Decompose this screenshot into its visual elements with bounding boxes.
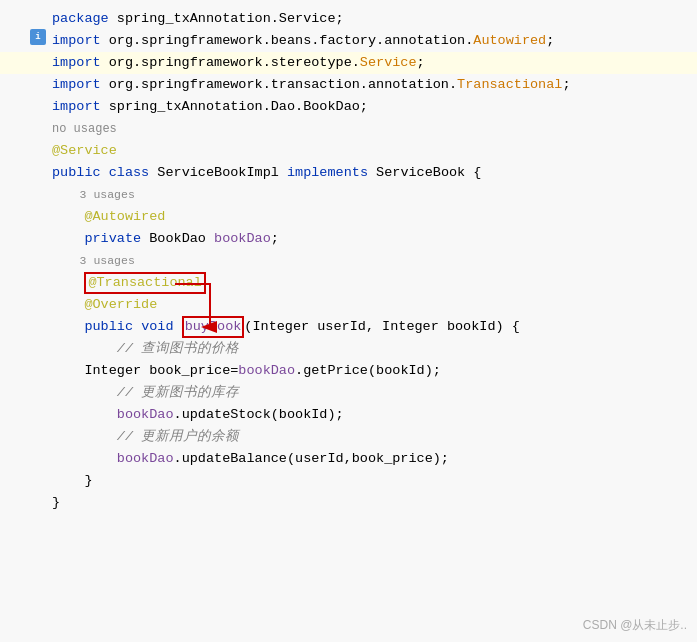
code-line-7: @Service: [0, 140, 697, 162]
import-badge-icon: i: [30, 29, 46, 45]
line-content-14: @Override: [48, 294, 697, 316]
line-content-18: // 更新图书的库存: [48, 382, 697, 404]
line-content-17: Integer book_price=bookDao.getPrice(book…: [48, 360, 697, 382]
code-line-21: bookDao.updateBalance(userId,book_price)…: [0, 448, 697, 470]
line-content-22: }: [48, 470, 697, 492]
code-line-6: no usages: [0, 118, 697, 140]
code-line-17: Integer book_price=bookDao.getPrice(book…: [0, 360, 697, 382]
code-line-14: @Override: [0, 294, 697, 316]
code-line-1: package spring_txAnnotation.Service;: [0, 8, 697, 30]
code-editor: package spring_txAnnotation.Service; i i…: [0, 0, 697, 642]
line-content-13: @Transactional: [48, 272, 697, 294]
line-content-9: 3 usages: [48, 184, 697, 206]
code-line-22: }: [0, 470, 697, 492]
line-content-21: bookDao.updateBalance(userId,book_price)…: [48, 448, 697, 470]
code-line-13: @Transactional: [0, 272, 697, 294]
code-line-12: 3 usages: [0, 250, 697, 272]
line-content-20: // 更新用户的余额: [48, 426, 697, 448]
code-line-8: public class ServiceBookImpl implements …: [0, 162, 697, 184]
code-line-23: }: [0, 492, 697, 514]
line-content-12: 3 usages: [48, 250, 697, 272]
line-content-2: import org.springframework.beans.factory…: [48, 30, 697, 52]
code-line-4: import org.springframework.transaction.a…: [0, 74, 697, 96]
code-line-16: // 查询图书的价格: [0, 338, 697, 360]
code-line-10: @Autowired: [0, 206, 697, 228]
code-line-20: // 更新用户的余额: [0, 426, 697, 448]
transactional-annotation: @Transactional: [84, 272, 205, 294]
line-content-16: // 查询图书的价格: [48, 338, 697, 360]
line-content-19: bookDao.updateStock(bookId);: [48, 404, 697, 426]
line-content-11: private BookDao bookDao;: [48, 228, 697, 250]
code-line-15: public void buyBook(Integer userId, Inte…: [0, 316, 697, 338]
code-line-11: private BookDao bookDao;: [0, 228, 697, 250]
code-line-5: import spring_txAnnotation.Dao.BookDao;: [0, 96, 697, 118]
line-content-5: import spring_txAnnotation.Dao.BookDao;: [48, 96, 697, 118]
buybook-method: buyBook: [182, 316, 245, 338]
line-content-6: no usages: [48, 118, 697, 140]
code-line-2: i import org.springframework.beans.facto…: [0, 30, 697, 52]
line-content-3: import org.springframework.stereotype.Se…: [48, 52, 697, 74]
code-line-9: 3 usages: [0, 184, 697, 206]
line-content-1: package spring_txAnnotation.Service;: [48, 8, 697, 30]
line-content-15: public void buyBook(Integer userId, Inte…: [48, 316, 697, 338]
line-content-23: }: [48, 492, 697, 514]
watermark: CSDN @从未止步..: [583, 617, 687, 634]
line-content-8: public class ServiceBookImpl implements …: [48, 162, 697, 184]
code-line-18: // 更新图书的库存: [0, 382, 697, 404]
line-content-10: @Autowired: [48, 206, 697, 228]
code-line-3: import org.springframework.stereotype.Se…: [0, 52, 697, 74]
line-content-7: @Service: [48, 140, 697, 162]
line-content-4: import org.springframework.transaction.a…: [48, 74, 697, 96]
line-icon-2: i: [30, 30, 48, 46]
code-line-19: bookDao.updateStock(bookId);: [0, 404, 697, 426]
